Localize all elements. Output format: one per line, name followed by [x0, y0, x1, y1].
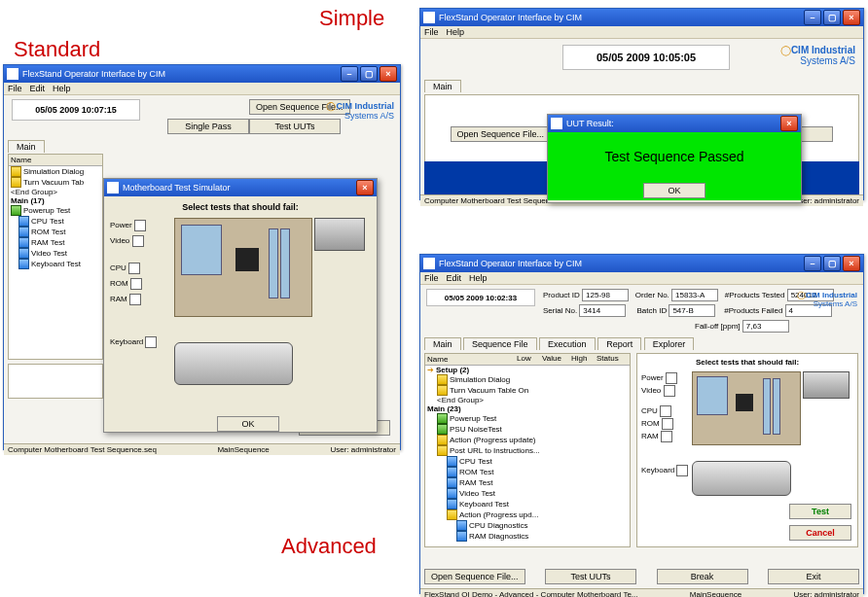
- opt-label: RAM: [641, 432, 659, 440]
- simulator-panel: Select tests that should fail: Power Vid…: [636, 353, 858, 547]
- step-icon: [456, 531, 467, 542]
- opt-label: Power: [110, 221, 132, 229]
- check-rom[interactable]: [662, 418, 673, 430]
- open-sequence-button[interactable]: Open Sequence File...: [451, 126, 552, 142]
- tab-report[interactable]: Report: [597, 337, 641, 350]
- check-cpu[interactable]: [660, 405, 671, 417]
- tree-item[interactable]: Action (Progress update): [450, 436, 536, 444]
- tree-item[interactable]: Action (Progress upd...: [459, 510, 538, 519]
- break-button[interactable]: Break: [657, 569, 748, 584]
- check-cpu[interactable]: [128, 263, 140, 274]
- minimize-button[interactable]: –: [804, 10, 821, 25]
- tree-group[interactable]: Main (23): [427, 404, 461, 413]
- input-serial-no[interactable]: 3414: [579, 304, 626, 317]
- tree-item[interactable]: Post URL to Instructions...: [450, 446, 540, 455]
- cancel-button[interactable]: Cancel: [789, 525, 851, 541]
- tree-item[interactable]: Video Test: [459, 489, 495, 498]
- minimize-button[interactable]: –: [804, 256, 821, 271]
- titlebar: FlexStand Operator Interface by CIM – ▢ …: [4, 65, 400, 83]
- tab-explorer[interactable]: Explorer: [644, 337, 695, 350]
- datetime-display: 05/05 2009 10:05:05: [562, 45, 730, 70]
- menu-edit[interactable]: Edit: [447, 273, 462, 283]
- close-button[interactable]: ×: [843, 10, 860, 25]
- keyboard-image: [174, 342, 293, 385]
- tree-item[interactable]: ROM Test: [31, 228, 65, 236]
- status-user: User: administrator: [793, 590, 859, 597]
- menu-help[interactable]: Help: [469, 273, 488, 283]
- dialog-titlebar: UUT Result: ×: [548, 115, 801, 132]
- exit-button[interactable]: Exit: [768, 569, 859, 584]
- close-button[interactable]: ×: [380, 66, 397, 82]
- check-power[interactable]: [134, 220, 146, 231]
- check-power[interactable]: [666, 372, 677, 384]
- tab-sequence-file[interactable]: Sequence File: [463, 337, 537, 350]
- tree-item[interactable]: Video Test: [31, 249, 67, 258]
- input-batch-id[interactable]: 547-B: [669, 304, 715, 317]
- sequence-tree[interactable]: Name Simulation Dialog Turn Vacuum Tab <…: [8, 154, 103, 360]
- input-product-id[interactable]: 125-98: [582, 289, 629, 301]
- tab-main[interactable]: Main: [424, 337, 461, 350]
- menu-edit[interactable]: Edit: [30, 84, 46, 93]
- menu-help[interactable]: Help: [53, 84, 71, 93]
- maximize-button[interactable]: ▢: [823, 10, 841, 25]
- step-icon: [447, 467, 457, 477]
- tree-item[interactable]: <End Group>: [11, 188, 57, 196]
- tree-item[interactable]: CPU Test: [459, 457, 492, 466]
- check-video[interactable]: [132, 235, 144, 247]
- input-order-no[interactable]: 15833-A: [671, 289, 718, 301]
- ok-button[interactable]: OK: [217, 416, 279, 432]
- tree-item[interactable]: Simulation Dialog: [23, 167, 84, 176]
- tree-item[interactable]: Powerup Test: [450, 414, 496, 423]
- dialog-close-button[interactable]: ×: [780, 116, 798, 131]
- step-icon: [456, 520, 467, 531]
- tab-main[interactable]: Main: [8, 140, 45, 153]
- input-falloff[interactable]: 7,63: [742, 320, 789, 333]
- check-rom[interactable]: [130, 278, 142, 290]
- sequence-table[interactable]: Name Low Value High Status ➔Setup (2) Si…: [424, 353, 631, 547]
- test-uuts-button[interactable]: Test UUTs: [249, 119, 341, 134]
- tree-item[interactable]: Keyboard Test: [31, 260, 81, 268]
- tree-item[interactable]: ROM Test: [459, 468, 493, 476]
- check-keyboard[interactable]: [676, 465, 688, 476]
- tree-item[interactable]: CPU Test: [31, 217, 64, 226]
- single-pass-button[interactable]: Single Pass: [167, 119, 249, 134]
- test-uuts-button[interactable]: Test UUTs: [545, 569, 636, 584]
- check-video[interactable]: [664, 385, 675, 397]
- tab-main[interactable]: Main: [424, 80, 461, 92]
- tree-group[interactable]: Setup (2): [436, 366, 469, 374]
- tree-item[interactable]: RAM Test: [459, 478, 493, 487]
- label-simple: Simple: [319, 6, 384, 31]
- open-sequence-button[interactable]: Open Sequence File...: [424, 569, 525, 584]
- step-icon: [437, 435, 448, 445]
- maximize-button[interactable]: ▢: [360, 66, 378, 82]
- tree-item[interactable]: <End Group>: [437, 396, 484, 404]
- menu-help[interactable]: Help: [447, 27, 465, 37]
- maximize-button[interactable]: ▢: [823, 256, 841, 271]
- test-button[interactable]: Test: [789, 504, 851, 519]
- tree-item[interactable]: RAM Test: [31, 238, 65, 247]
- menu-file[interactable]: File: [424, 273, 439, 283]
- app-icon: [107, 182, 119, 193]
- tree-item[interactable]: Turn Vacuum Tab: [23, 178, 84, 187]
- tree-item[interactable]: Powerup Test: [23, 206, 70, 215]
- tree-item[interactable]: RAM Diagnostics: [469, 532, 528, 541]
- tree-group[interactable]: Main (17): [11, 196, 45, 205]
- ok-button[interactable]: OK: [643, 183, 705, 198]
- minimize-button[interactable]: –: [341, 66, 358, 82]
- tab-execution[interactable]: Execution: [539, 337, 596, 350]
- tree-item[interactable]: CPU Diagnostics: [469, 521, 527, 530]
- tree-header: Name: [9, 155, 102, 166]
- close-button[interactable]: ×: [843, 256, 860, 271]
- menu-file[interactable]: File: [8, 84, 22, 93]
- check-ram[interactable]: [661, 431, 672, 442]
- tree-item[interactable]: Turn Vacuum Table On: [450, 386, 528, 395]
- check-ram[interactable]: [129, 294, 141, 305]
- tree-item[interactable]: PSU NoiseTest: [450, 425, 502, 434]
- tree-item[interactable]: Keyboard Test: [459, 500, 509, 509]
- tree-item[interactable]: Simulation Dialog: [450, 375, 510, 384]
- step-icon: [18, 216, 29, 227]
- check-keyboard[interactable]: [145, 336, 157, 348]
- dialog-close-button[interactable]: ×: [356, 180, 374, 195]
- psu-image: [803, 371, 850, 399]
- menu-file[interactable]: File: [424, 27, 439, 37]
